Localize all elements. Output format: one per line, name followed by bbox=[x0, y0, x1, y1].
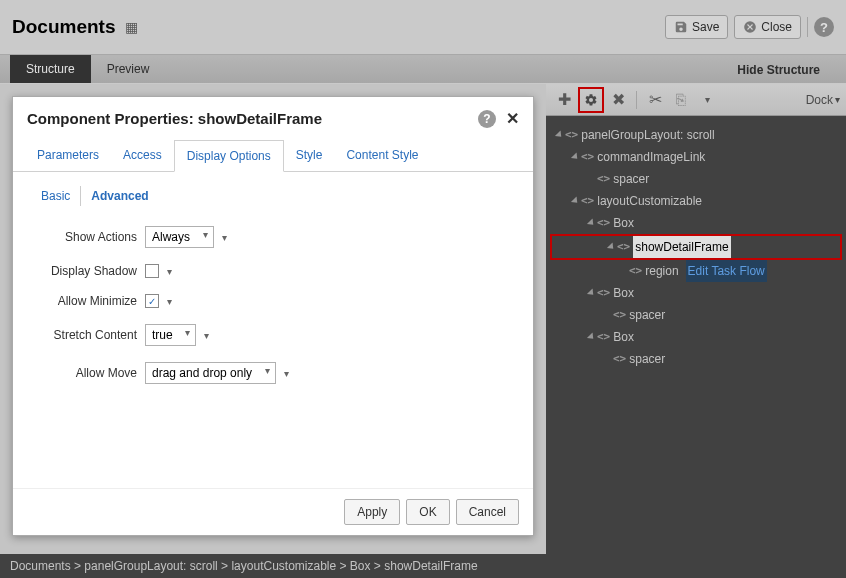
allow-minimize-expression-icon[interactable]: ▾ bbox=[167, 296, 172, 307]
display-shadow-checkbox[interactable] bbox=[145, 264, 159, 278]
allow-move-select[interactable]: drag and drop only bbox=[145, 362, 276, 384]
allow-minimize-label: Allow Minimize bbox=[35, 294, 145, 308]
dtab-display-options[interactable]: Display Options bbox=[174, 140, 284, 172]
component-properties-dialog: Component Properties: showDetailFrame ? … bbox=[12, 96, 534, 536]
show-actions-label: Show Actions bbox=[35, 230, 145, 244]
dtab-style[interactable]: Style bbox=[284, 140, 335, 171]
dtab-content-style[interactable]: Content Style bbox=[334, 140, 430, 171]
display-shadow-expression-icon[interactable]: ▾ bbox=[167, 266, 172, 277]
stretch-content-select[interactable]: true bbox=[145, 324, 196, 346]
cancel-button[interactable]: Cancel bbox=[456, 499, 519, 525]
apply-button[interactable]: Apply bbox=[344, 499, 400, 525]
subtab-advanced[interactable]: Advanced bbox=[80, 186, 158, 206]
allow-move-expression-icon[interactable]: ▾ bbox=[284, 368, 289, 379]
allow-move-label: Allow Move bbox=[35, 366, 145, 380]
show-actions-select[interactable]: Always bbox=[145, 226, 214, 248]
dialog-subtabs: Basic Advanced bbox=[13, 172, 533, 210]
ok-button[interactable]: OK bbox=[406, 499, 449, 525]
subtab-basic[interactable]: Basic bbox=[31, 186, 80, 206]
dialog-close-icon[interactable]: ✕ bbox=[506, 109, 519, 128]
allow-minimize-checkbox[interactable]: ✓ bbox=[145, 294, 159, 308]
show-actions-expression-icon[interactable]: ▾ bbox=[222, 232, 227, 243]
dialog-title: Component Properties: showDetailFrame bbox=[27, 110, 322, 127]
dtab-parameters[interactable]: Parameters bbox=[25, 140, 111, 171]
stretch-content-label: Stretch Content bbox=[35, 328, 145, 342]
dialog-form: Show Actions Always ▾ Display Shadow ▾ A… bbox=[13, 210, 533, 488]
dtab-access[interactable]: Access bbox=[111, 140, 174, 171]
dialog-help-icon[interactable]: ? bbox=[478, 110, 496, 128]
dialog-tabs: Parameters Access Display Options Style … bbox=[13, 140, 533, 172]
stretch-content-expression-icon[interactable]: ▾ bbox=[204, 330, 209, 341]
display-shadow-label: Display Shadow bbox=[35, 264, 145, 278]
